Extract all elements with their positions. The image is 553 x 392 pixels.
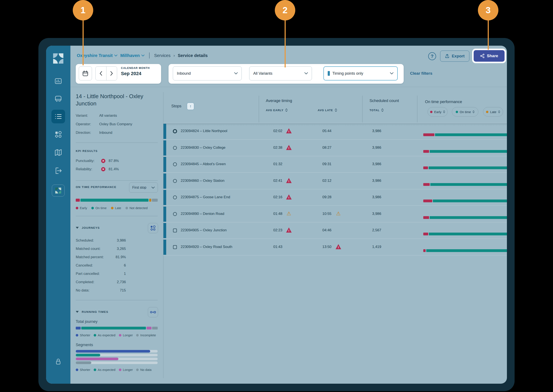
otp-row-bar <box>423 249 507 252</box>
table-row[interactable]: 223094920 – Oxley Road South 01:43 13:50… <box>163 239 507 255</box>
table-row[interactable]: 223094905 – Oxley Junction 02:23 04:46 2… <box>163 222 507 239</box>
kpi-fail-icon: ✕ <box>101 159 105 163</box>
divider <box>76 216 158 216</box>
otp-stop-select[interactable]: First stop <box>129 182 158 193</box>
segment-link-icon <box>150 309 156 315</box>
otp-heading: ON TIME PERFORMANCE <box>76 185 116 189</box>
page: 1 2 3 <box>0 0 553 392</box>
shorter-dot <box>76 334 78 336</box>
avg-late-column-header[interactable]: AVG LATE <box>318 108 337 112</box>
otp-row-bar <box>423 183 507 186</box>
running-times-view-button[interactable] <box>148 307 158 317</box>
stat-label: Completed: <box>76 280 94 284</box>
asexpected-dot <box>94 334 96 336</box>
avg-late-value: 13:50 <box>322 245 332 249</box>
journeys-section-header[interactable]: JOURNEYS <box>76 226 100 229</box>
total-column-header[interactable]: TOTAL <box>370 108 384 112</box>
segment-bar-asexpected <box>76 354 158 356</box>
calendar-picker-button[interactable] <box>79 66 92 80</box>
sidebar-item-services[interactable] <box>54 112 63 121</box>
chevron-down-icon <box>234 72 238 75</box>
warning-icon <box>336 211 341 216</box>
shorter-segment <box>76 327 81 329</box>
scheduled-total-value: 3,986 <box>355 162 381 166</box>
otp-late-chip[interactable]: Late <box>483 107 503 117</box>
stop-label: 223094875 – Goose Lane End <box>181 195 230 199</box>
longer-dot <box>119 369 121 371</box>
table-row[interactable]: 223094824 – Little Northpool 02:02 05:44… <box>163 123 507 140</box>
table-row[interactable]: 223094875 – Goose Lane End 02:16 09:28 3… <box>163 189 507 206</box>
stop-label: 223094860 – Oxley Station <box>181 179 224 183</box>
callout-line-1 <box>83 19 84 65</box>
avg-late-value: 09:31 <box>322 162 332 166</box>
scheduled-total-value: 2,567 <box>355 228 381 232</box>
table-row[interactable]: 223094860 – Oxley Station 02:41 02:12 3,… <box>163 173 507 189</box>
avg-early-value: 02:41 <box>273 179 283 183</box>
page-title: Service details <box>178 53 207 58</box>
column-divider <box>417 96 417 122</box>
avg-early-column-header[interactable]: AVG EARLY <box>266 108 288 112</box>
punctuality-label: Punctuality: <box>76 159 95 163</box>
otp-early-segment <box>76 199 80 202</box>
warning-icon <box>286 194 292 200</box>
table-row[interactable]: 223094890 – Denton Road 01:48 10:55 3,98… <box>163 206 507 222</box>
sidebar-item-dashboard[interactable] <box>54 76 63 86</box>
sidebar-item-map[interactable] <box>54 148 63 157</box>
stop-type-icon <box>173 129 177 133</box>
callout-line-3 <box>488 19 489 50</box>
warning-icon <box>286 227 292 233</box>
stop-type-icon <box>173 245 177 249</box>
stop-type-icon <box>173 179 177 183</box>
clear-filters-link[interactable]: Clear filters <box>410 71 432 76</box>
avg-early-value: 02:16 <box>273 195 283 199</box>
segments-label: Segments <box>76 343 93 347</box>
stops-sort-button[interactable]: ↑ <box>187 103 194 110</box>
otp-early-chip[interactable]: Early <box>428 107 448 117</box>
sidebar-item-lock[interactable] <box>54 357 63 366</box>
export-button[interactable]: Export <box>440 51 469 62</box>
avg-late-value: 05:44 <box>322 129 332 133</box>
variants-select[interactable]: All Variants <box>249 66 312 80</box>
direction-value: Inbound <box>99 131 112 135</box>
route-stripe <box>163 174 166 189</box>
share-button[interactable]: Share <box>474 50 505 62</box>
breadcrumb-separator: › <box>173 53 175 58</box>
share-button-highlight: Share <box>472 49 506 63</box>
sort-icon <box>443 110 445 113</box>
prev-month-button[interactable] <box>96 67 106 80</box>
sidebar-item-vehicles[interactable] <box>54 94 63 104</box>
next-month-button[interactable] <box>106 67 117 80</box>
timing-points-select[interactable]: Timing points only <box>324 66 398 80</box>
route-stripe <box>163 190 166 205</box>
sort-icon <box>498 110 500 113</box>
scheduled-total-value: 1,419 <box>355 245 381 249</box>
avg-late-value: 09:28 <box>322 195 332 199</box>
otp-row-bar <box>423 150 507 153</box>
stop-label: 223094824 – Little Northpool <box>181 129 227 133</box>
otp-row-bar <box>423 200 507 202</box>
journeys-view-button[interactable] <box>148 223 158 233</box>
sidebar-item-categories[interactable] <box>54 130 63 139</box>
stat-value: 715 <box>102 288 126 293</box>
sidebar-item-app-switcher[interactable] <box>52 185 65 196</box>
breadcrumb-section[interactable]: Services <box>154 53 171 58</box>
ontime-dot <box>91 207 94 209</box>
stat-value: 2,736 <box>102 280 126 284</box>
stop-type-icon <box>173 146 177 150</box>
app-logo <box>52 52 64 64</box>
otp-ontime-chip[interactable]: On time <box>452 107 478 117</box>
help-button[interactable]: ? <box>428 52 436 60</box>
region-selector[interactable]: Millhaven <box>120 53 145 58</box>
total-journey-bar <box>76 327 158 329</box>
table-row[interactable]: 223094830 – Oxley College 02:38 08:27 3,… <box>163 140 507 156</box>
chevron-down-icon <box>152 187 155 189</box>
calendar-icon <box>82 70 89 77</box>
direction-select[interactable]: Inbound <box>173 66 242 80</box>
stop-label: 223094830 – Oxley College <box>181 146 226 150</box>
sort-icon <box>285 108 288 112</box>
table-row[interactable]: 223094845 – Abbot's Green 01:32 09:31 3,… <box>163 156 507 173</box>
stat-value: 3,265 <box>102 247 126 251</box>
sidebar-item-signout[interactable] <box>54 166 63 175</box>
otp-row-bar <box>423 167 507 169</box>
running-times-section-header[interactable]: RUNNING TIMES <box>76 310 108 314</box>
